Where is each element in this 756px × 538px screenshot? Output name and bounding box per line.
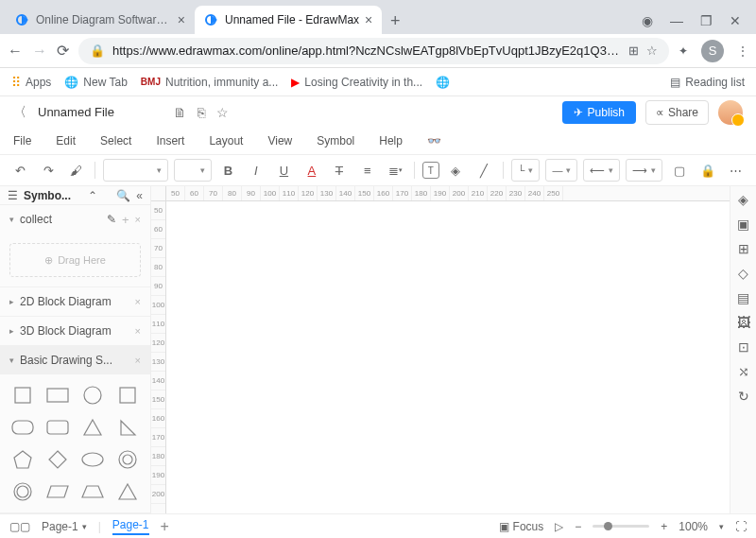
collapse-icon[interactable]: « xyxy=(136,189,143,202)
shadow-icon[interactable]: ▢ xyxy=(668,159,690,182)
edit-icon[interactable]: ✎ xyxy=(107,213,116,226)
shape-triangle[interactable] xyxy=(78,414,108,441)
menu-symbol[interactable]: Symbol xyxy=(317,134,354,148)
page-select[interactable]: Page-1▾ xyxy=(42,520,87,533)
extensions-icon[interactable]: ✦ xyxy=(679,44,688,58)
filename[interactable]: Unnamed File xyxy=(38,105,114,119)
share-button[interactable]: ∝Share xyxy=(645,100,709,125)
page-layout-icon[interactable]: ▢▢ xyxy=(9,520,30,533)
menu-help[interactable]: Help xyxy=(379,134,403,148)
stack-icon[interactable]: ☰ xyxy=(8,189,18,202)
shape-diamond[interactable] xyxy=(43,446,72,473)
shape-double-circle[interactable] xyxy=(8,478,37,505)
menu-insert[interactable]: Insert xyxy=(156,134,184,148)
star-icon[interactable]: ☆ xyxy=(646,43,658,58)
text-tool-icon[interactable]: T xyxy=(422,162,439,179)
grid-panel-icon[interactable]: ⊞ xyxy=(738,241,749,256)
close-icon[interactable]: × xyxy=(135,355,141,366)
canvas[interactable] xyxy=(166,201,730,513)
close-icon[interactable]: × xyxy=(135,296,141,307)
browser-tab-active[interactable]: Unnamed File - EdrawMax × xyxy=(195,6,382,34)
chevron-up-icon[interactable]: ⌃ xyxy=(88,189,97,202)
history-panel-icon[interactable]: ↻ xyxy=(738,389,749,404)
user-avatar[interactable] xyxy=(718,100,743,125)
bold-icon[interactable]: B xyxy=(217,159,239,182)
plus-icon[interactable]: + xyxy=(122,213,129,227)
menu-select[interactable]: Select xyxy=(100,134,131,148)
chromecast-icon[interactable]: ◉ xyxy=(642,13,653,28)
align-icon[interactable]: ≡ xyxy=(356,159,378,182)
search-icon[interactable]: 🔍 xyxy=(116,189,130,202)
zoom-level[interactable]: 100% xyxy=(679,520,708,533)
shape-ellipse[interactable] xyxy=(78,446,108,473)
shape-trapezoid[interactable] xyxy=(78,478,108,505)
profile-avatar[interactable]: S xyxy=(701,40,724,62)
font-family-select[interactable]: ▾ xyxy=(103,159,168,182)
section-3d-block-head[interactable]: ▸ 3D Block Diagram × xyxy=(0,317,150,345)
arrow-end-select[interactable]: ⟶▾ xyxy=(626,159,662,182)
new-tab-button[interactable]: + xyxy=(382,8,408,34)
shape-ring[interactable] xyxy=(113,446,143,473)
fill-icon[interactable]: ◈ xyxy=(445,159,467,182)
ruler-vertical[interactable]: 5060708090100110120130140150160170180190… xyxy=(151,201,166,513)
url-input[interactable]: 🔒 https://www.edrawmax.com/online/app.ht… xyxy=(78,38,669,64)
shape-rounded-rect-2[interactable] xyxy=(43,414,72,441)
presentation-icon[interactable]: ▷ xyxy=(555,520,563,533)
italic-icon[interactable]: I xyxy=(245,159,266,182)
image-panel-icon[interactable]: 🖼 xyxy=(737,315,750,330)
menu-file[interactable]: File xyxy=(13,134,31,148)
drag-here-zone[interactable]: ⊕ Drag Here xyxy=(9,243,141,277)
undo-icon[interactable]: ↶ xyxy=(9,159,31,182)
maximize-icon[interactable]: ❐ xyxy=(700,13,713,28)
shape-rounded-rect[interactable] xyxy=(8,414,37,441)
section-basic-shapes-head[interactable]: ▾ Basic Drawing S... × xyxy=(0,346,150,374)
section-2d-block-head[interactable]: ▸ 2D Block Diagram × xyxy=(0,287,150,316)
bookmark-newtab[interactable]: 🌐New Tab xyxy=(64,76,127,89)
bookmark-yt[interactable]: ▶Losing Creativity in th... xyxy=(291,76,422,89)
connector-type-select[interactable]: └▾ xyxy=(511,159,541,182)
tab-close-icon[interactable]: × xyxy=(178,12,185,27)
browser-tab[interactable]: Online Diagram Software - EdrawMax × xyxy=(6,6,195,34)
publish-button[interactable]: ✈Publish xyxy=(562,101,636,124)
more-tools-icon[interactable]: ⋯ xyxy=(724,159,746,182)
minimize-icon[interactable]: — xyxy=(670,13,683,28)
font-color-icon[interactable]: A xyxy=(301,159,322,182)
shape-square[interactable] xyxy=(8,382,37,408)
page-tab[interactable]: Page-1 xyxy=(112,518,149,535)
shape-rect[interactable] xyxy=(43,382,72,408)
comments-panel-icon[interactable]: ▤ xyxy=(737,290,749,305)
underline-icon[interactable]: U xyxy=(273,159,295,182)
ruler-horizontal[interactable]: 5060708090100110120130140150160170180190… xyxy=(166,186,730,201)
shuffle-panel-icon[interactable]: ⤭ xyxy=(738,364,749,379)
line-spacing-icon[interactable]: ≣▾ xyxy=(385,159,406,182)
export-icon[interactable]: ⎘ xyxy=(198,105,205,120)
focus-mode-button[interactable]: ▣Focus xyxy=(499,520,544,533)
line-tool-icon[interactable]: ╱ xyxy=(472,159,494,182)
fill-panel-icon[interactable]: ◈ xyxy=(738,192,748,207)
close-icon[interactable]: × xyxy=(135,325,141,337)
shape-circle[interactable] xyxy=(78,382,108,408)
zoom-slider[interactable] xyxy=(593,525,649,528)
apps-shortcut[interactable]: ⠿Apps xyxy=(11,75,51,90)
lock-icon[interactable]: 🔒 xyxy=(696,159,718,182)
tab-close-icon[interactable]: × xyxy=(365,12,372,27)
shape-square-2[interactable] xyxy=(113,382,143,408)
reading-list-button[interactable]: ▤Reading list xyxy=(670,76,745,89)
favorite-icon[interactable]: ☆ xyxy=(216,105,229,120)
bookmark-globe[interactable]: 🌐 xyxy=(436,76,450,89)
zoom-in-button[interactable]: + xyxy=(661,520,667,533)
bookmark-bmj[interactable]: BMJNutrition, immunity a... xyxy=(141,76,279,89)
close-icon[interactable]: × xyxy=(135,214,141,225)
properties-panel-icon[interactable]: ⊡ xyxy=(738,339,749,355)
fullscreen-icon[interactable]: ⛶ xyxy=(735,520,747,533)
menu-view[interactable]: View xyxy=(267,134,292,148)
font-size-select[interactable]: ▾ xyxy=(174,159,211,182)
shape-parallelogram[interactable] xyxy=(43,478,72,505)
redo-icon[interactable]: ↷ xyxy=(37,159,59,182)
save-icon[interactable]: 🗎 xyxy=(173,105,186,120)
chevron-down-icon[interactable]: ▾ xyxy=(719,522,724,531)
layers-panel-icon[interactable]: ◇ xyxy=(738,266,748,281)
menu-layout[interactable]: Layout xyxy=(209,134,243,148)
page-panel-icon[interactable]: ▣ xyxy=(737,217,749,232)
close-window-icon[interactable]: ✕ xyxy=(730,13,741,28)
